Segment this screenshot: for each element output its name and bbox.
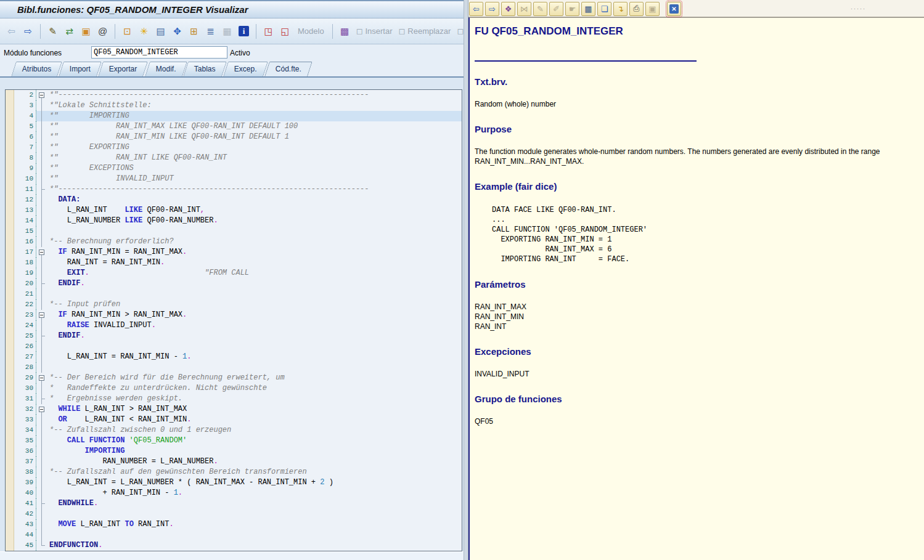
fold-toggle-icon[interactable] [36,373,47,383]
assign-object-icon[interactable]: ◳ [262,25,275,38]
hierarchy-icon[interactable]: ⊞ [187,25,200,38]
pattern-icon[interactable]: ▩ [338,25,351,38]
doc-sections: Txt.brv.Random (whole) numberPurposeThe … [475,76,914,426]
fold-line [36,299,47,310]
goto-object-icon[interactable]: ⊡ [121,25,134,38]
borrar-button[interactable]: ◻Borrar [456,26,464,36]
code-line: 23 IF RAN_INT_MIN > RAN_INT_MAX. [6,310,462,320]
editor-gutter [6,352,14,362]
reemplazar-button[interactable]: ◻Reemplazar [398,26,452,36]
assign-user-icon[interactable]: ◱ [279,25,292,38]
where-used-icon[interactable]: @ [96,25,109,38]
line-number: 9 [14,163,36,174]
doc-heading: Parámetros [475,279,914,290]
editor-gutter [6,153,14,163]
line-number: 26 [14,341,36,352]
pane-splitter[interactable] [464,0,468,560]
editor-gutter [6,394,14,404]
code-line: 5*" RAN_INT_MAX LIKE QF00-RAN_INT DEFAUL… [6,121,462,132]
code-text: + RAN_INT_MIN - 1. [47,488,462,498]
line-number: 10 [14,174,36,184]
code-line: 28 [6,362,462,373]
fold-toggle-icon[interactable] [36,90,47,100]
back-icon[interactable]: ⇦ [469,2,483,16]
code-text: *" RAN_INT_MAX LIKE QF00-RAN_INT DEFAULT… [47,121,462,132]
editor-gutter [6,310,14,320]
runtime-object-icon[interactable]: ▤ [154,25,167,38]
forward-icon[interactable]: ⇨ [485,2,499,16]
back-icon[interactable]: ⇦ [5,25,18,38]
code-line: 34*-- Zufallszahl zwischen 0 und 1 erzeu… [6,425,462,436]
abap-code-editor[interactable]: 2*"-------------------------------------… [5,89,462,551]
fold-line [36,174,47,184]
fold-line [36,184,47,195]
code-line: 27 L_RAN_INT = RAN_INT_MIN - 1. [6,352,462,362]
code-line: 18 RAN_INT = RAN_INT_MIN. [6,258,462,268]
fold-line [36,268,47,278]
fold-toggle-icon[interactable] [36,310,47,320]
close-icon[interactable]: ✕ [667,2,681,16]
code-text: RAN_NUMBER = L_RAN_NUMBER. [47,457,462,467]
navigation-icon[interactable]: ✥ [171,25,184,38]
line-number: 29 [14,373,36,383]
code-line: 7*" EXPORTING [6,142,462,153]
code-text: IF RAN_INT_MIN = RAN_INT_MAX. [47,247,462,258]
fold-line [36,100,47,111]
copy-object-icon[interactable]: ▣ [80,25,92,38]
modelo-button[interactable]: Modelo [295,26,327,36]
tab-atributos[interactable]: Atributos [11,62,62,76]
tab-excep[interactable]: Excep. [223,62,268,76]
line-number: 5 [14,121,36,132]
line-number: 30 [14,383,36,394]
insertar-button[interactable]: ◻Insertar [355,26,394,36]
tab-label: Modif. [156,62,176,76]
doc-body: The function module generates whole-numb… [475,147,909,166]
hand-icon: ☛ [565,2,579,16]
doc-body-line: RAN_INT [475,322,909,331]
line-number: 20 [14,278,36,289]
line-number: 39 [14,477,36,488]
code-text: *" RAN_INT LIKE QF00-RAN_INT [47,153,462,163]
line-number: 22 [14,299,36,310]
tab-modif[interactable]: Modif. [145,62,187,76]
tab-cdfte[interactable]: Cód.fte. [264,62,313,76]
code-text: * Ergebnisse werden geskipt. [47,394,462,404]
code-line: 45ENDFUNCTION. [6,540,462,551]
code-line: 9*" EXCEPTIONS [6,163,462,174]
refresh-toggle-icon[interactable]: ⇄ [63,25,76,38]
editor-gutter [6,111,14,121]
tab-import[interactable]: Import [59,62,102,76]
book-icon[interactable]: ❖ [501,2,515,16]
tab-exportar[interactable]: Exportar [98,62,148,76]
fold-toggle-icon[interactable] [36,404,47,415]
stack-list-icon[interactable]: ≣ [204,25,217,38]
fold-toggle-icon[interactable] [36,247,47,258]
fold-line [36,477,47,488]
table-book-icon[interactable]: ▦ [581,2,595,16]
fold-line [36,289,47,299]
info-icon[interactable]: i [239,26,249,36]
toolbar-drag-handle[interactable]: ····· [851,6,866,12]
test-execute-icon[interactable]: ✳ [137,25,150,38]
editor-gutter [6,383,14,394]
code-text: ENDFUNCTION. [47,540,462,551]
display-change-icon[interactable]: ✎ [46,25,59,38]
documentation-content[interactable]: FU QF05_RANDOM_INTEGER Txt.brv.Random (w… [468,17,924,560]
code-text: *-- Berechnung erforderlich? [47,237,462,247]
line-number: 35 [14,436,36,446]
print-icon[interactable]: ⎙ [629,2,644,16]
fold-line [36,352,47,362]
editor-gutter [6,132,14,142]
line-number: 14 [14,216,36,226]
tab-tablas[interactable]: Tablas [184,62,227,76]
line-number: 16 [14,237,36,247]
module-name-input[interactable] [91,46,227,59]
export-icon[interactable]: ↴ [613,2,628,16]
editor-gutter [6,509,14,519]
forward-icon[interactable]: ⇨ [22,25,35,38]
notebook-edit-icon[interactable]: ❏ [597,2,611,16]
editor-gutter [6,519,14,530]
line-number: 45 [14,540,36,551]
editor-gutter [6,373,14,383]
editor-gutter [6,415,14,425]
